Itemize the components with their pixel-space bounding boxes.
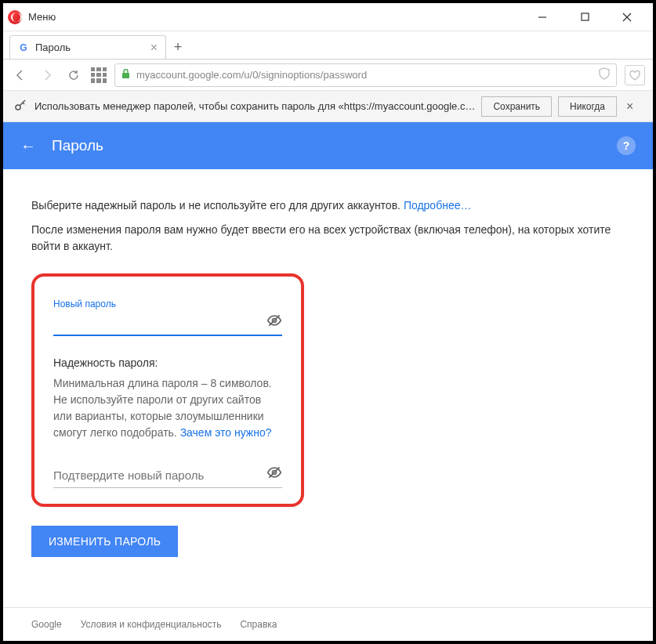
change-password-button[interactable]: ИЗМЕНИТЬ ПАРОЛЬ <box>31 526 178 557</box>
window-controls <box>531 5 648 29</box>
banner-close-icon[interactable]: × <box>626 99 633 114</box>
password-card: Новый пароль Надежность пароля: Минималь… <box>31 273 304 507</box>
new-tab-button[interactable]: + <box>166 35 190 59</box>
new-password-input[interactable] <box>53 314 282 336</box>
confirm-password-input[interactable] <box>53 463 282 488</box>
tab-bar: G Пароль × + <box>3 31 653 60</box>
intro-text-2: После изменения пароля вам нужно будет в… <box>31 222 625 255</box>
minimize-button[interactable] <box>531 5 554 29</box>
svg-line-7 <box>23 103 24 104</box>
tab-title: Пароль <box>35 42 71 53</box>
toggle-visibility-icon[interactable] <box>266 465 282 483</box>
close-window-button[interactable] <box>615 5 639 29</box>
tab-active[interactable]: G Пароль × <box>9 35 166 59</box>
browser-window: Меню G Пароль × + <box>0 0 656 644</box>
new-password-field-group: Новый пароль <box>53 298 282 336</box>
header-back-button[interactable]: ← <box>20 137 36 155</box>
reload-button[interactable] <box>64 66 83 85</box>
banner-text: Использовать менеджер паролей, чтобы сох… <box>34 100 475 112</box>
page-title: Пароль <box>52 137 103 154</box>
strength-title: Надежность пароля: <box>53 356 282 369</box>
page-content: ← Пароль ? Выберите надежный пароль и не… <box>3 122 653 641</box>
new-password-label: Новый пароль <box>53 298 282 309</box>
svg-rect-1 <box>582 13 589 20</box>
intro-line1: Выберите надежный пароль и не используйт… <box>31 199 404 212</box>
intro-text-1: Выберите надежный пароль и не используйт… <box>31 197 625 214</box>
confirm-password-field-group <box>53 463 282 488</box>
shield-icon[interactable] <box>599 67 610 82</box>
save-password-button[interactable]: Сохранить <box>481 96 552 117</box>
titlebar: Меню <box>3 3 653 31</box>
bookmark-button[interactable] <box>625 65 645 85</box>
help-button[interactable]: ? <box>617 136 636 155</box>
never-save-button[interactable]: Никогда <box>558 96 617 117</box>
password-save-banner: Использовать менеджер паролей, чтобы сох… <box>3 91 653 122</box>
toggle-visibility-icon[interactable] <box>266 313 282 331</box>
menu-label[interactable]: Меню <box>28 11 56 23</box>
tab-close-icon[interactable]: × <box>150 41 158 55</box>
lock-icon <box>121 69 130 81</box>
page-body: Выберите надежный пароль и не используйт… <box>3 169 653 607</box>
page-header: ← Пароль ? <box>3 122 653 169</box>
back-button[interactable] <box>11 66 30 85</box>
page-footer: Google Условия и конфиденциальность Спра… <box>3 607 653 641</box>
opera-logo-icon <box>8 10 22 24</box>
learn-more-link[interactable]: Подробнее… <box>404 199 472 212</box>
svg-rect-4 <box>122 73 129 78</box>
svg-line-6 <box>20 100 25 106</box>
maximize-button[interactable] <box>573 5 596 29</box>
address-bar: myaccount.google.com/u/0/signinoptions/p… <box>3 60 653 91</box>
google-favicon-icon: G <box>18 42 29 53</box>
url-text: myaccount.google.com/u/0/signinoptions/p… <box>136 69 367 81</box>
footer-privacy-link[interactable]: Условия и конфиденциальность <box>81 619 222 630</box>
speed-dial-button[interactable] <box>91 67 107 83</box>
strength-text: Минимальная длина пароля – 8 символов. Н… <box>53 375 282 441</box>
key-icon <box>14 99 27 114</box>
forward-button[interactable] <box>38 66 56 85</box>
why-link[interactable]: Зачем это нужно? <box>180 426 272 439</box>
url-input[interactable]: myaccount.google.com/u/0/signinoptions/p… <box>114 63 617 87</box>
footer-google[interactable]: Google <box>31 619 62 630</box>
footer-help-link[interactable]: Справка <box>240 619 277 630</box>
